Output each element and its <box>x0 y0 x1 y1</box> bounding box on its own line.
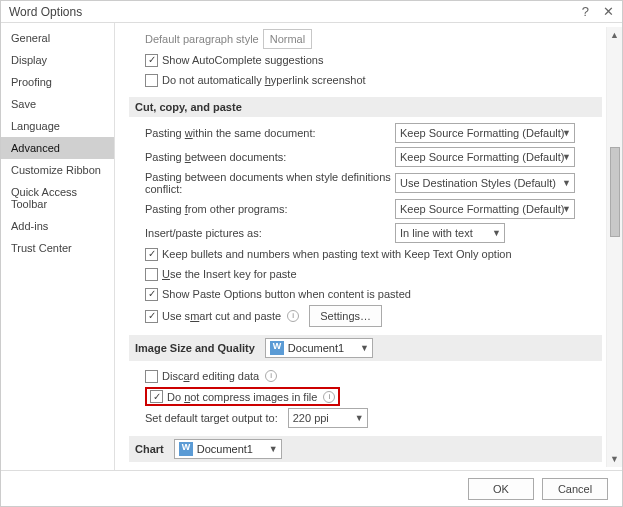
default-paragraph-style-label: Default paragraph style <box>145 33 259 45</box>
paste-between-doc-label: Pasting between documents: <box>145 151 395 163</box>
paste-between-conflict-combo[interactable]: Use Destination Styles (Default)▼ <box>395 173 575 193</box>
dialog-footer: OK Cancel <box>1 470 622 506</box>
chevron-down-icon: ▼ <box>562 128 571 138</box>
hyperlink-screenshot-label: Do not automatically hyperlink screensho… <box>162 74 366 86</box>
insert-pictures-label: Insert/paste pictures as: <box>145 227 395 239</box>
chevron-down-icon: ▼ <box>269 444 278 454</box>
paste-options-label: Show Paste Options button when content i… <box>162 288 411 300</box>
autocomplete-label: Show AutoComplete suggestions <box>162 54 323 66</box>
sidebar-item-proofing[interactable]: Proofing <box>1 71 114 93</box>
smart-cut-paste-checkbox[interactable] <box>145 310 158 323</box>
sidebar-item-trust-center[interactable]: Trust Center <box>1 237 114 259</box>
word-doc-icon <box>179 442 193 456</box>
info-icon[interactable]: i <box>287 310 299 322</box>
image-target-doc-combo[interactable]: Document1▼ <box>265 338 373 358</box>
insert-pictures-combo[interactable]: In line with text▼ <box>395 223 505 243</box>
info-icon[interactable]: i <box>323 391 335 403</box>
scroll-up-icon[interactable]: ▲ <box>607 27 622 43</box>
paste-other-programs-label: Pasting from other programs: <box>145 203 395 215</box>
ok-button[interactable]: OK <box>468 478 534 500</box>
vertical-scrollbar[interactable]: ▲ ▼ <box>606 27 622 467</box>
chevron-down-icon: ▼ <box>492 228 501 238</box>
sidebar-item-language[interactable]: Language <box>1 115 114 137</box>
sidebar-item-customize-ribbon[interactable]: Customize Ribbon <box>1 159 114 181</box>
paste-same-doc-label: Pasting within the same document: <box>145 127 395 139</box>
highlight-box: Do not compress images in file i <box>145 387 340 406</box>
discard-editing-label: Discard editing data <box>162 370 259 382</box>
chevron-down-icon: ▼ <box>562 204 571 214</box>
paste-between-conflict-label: Pasting between documents when style def… <box>145 171 395 195</box>
paste-other-programs-combo[interactable]: Keep Source Formatting (Default)▼ <box>395 199 575 219</box>
chart-target-doc-combo[interactable]: Document1▼ <box>174 439 282 459</box>
keep-bullets-checkbox[interactable] <box>145 248 158 261</box>
sidebar: General Display Proofing Save Language A… <box>1 23 115 471</box>
cancel-button[interactable]: Cancel <box>542 478 608 500</box>
help-icon[interactable]: ? <box>582 4 589 19</box>
default-paragraph-style-combo[interactable]: Normal <box>263 29 312 49</box>
scrollbar-thumb[interactable] <box>610 147 620 237</box>
keep-bullets-label: Keep bullets and numbers when pasting te… <box>162 248 512 260</box>
titlebar: Word Options ? ✕ <box>1 1 622 23</box>
scroll-down-icon[interactable]: ▼ <box>607 451 622 467</box>
window-title: Word Options <box>9 5 82 19</box>
paste-between-doc-combo[interactable]: Keep Source Formatting (Default)▼ <box>395 147 575 167</box>
content-panel: Default paragraph style Normal Show Auto… <box>115 23 622 471</box>
settings-button[interactable]: Settings… <box>309 305 382 327</box>
sidebar-item-qat[interactable]: Quick Access Toolbar <box>1 181 114 215</box>
default-target-combo[interactable]: 220 ppi▼ <box>288 408 368 428</box>
sidebar-item-display[interactable]: Display <box>1 49 114 71</box>
chevron-down-icon: ▼ <box>562 178 571 188</box>
sidebar-item-advanced[interactable]: Advanced <box>1 137 114 159</box>
smart-cut-paste-label: Use smart cut and paste <box>162 310 281 322</box>
chevron-down-icon: ▼ <box>355 413 364 423</box>
insert-key-checkbox[interactable] <box>145 268 158 281</box>
chevron-down-icon: ▼ <box>360 343 369 353</box>
autocomplete-checkbox[interactable] <box>145 54 158 67</box>
default-target-label: Set default target output to: <box>145 412 278 424</box>
section-cut-copy-paste: Cut, copy, and paste <box>129 97 602 117</box>
info-icon[interactable]: i <box>265 370 277 382</box>
chevron-down-icon: ▼ <box>562 152 571 162</box>
no-compress-checkbox[interactable] <box>150 390 163 403</box>
insert-key-label: Use the Insert key for paste <box>162 268 297 280</box>
no-compress-label: Do not compress images in file <box>167 391 317 403</box>
discard-editing-checkbox[interactable] <box>145 370 158 383</box>
sidebar-item-addins[interactable]: Add-ins <box>1 215 114 237</box>
section-image-size-quality: Image Size and Quality Document1▼ <box>129 335 602 361</box>
section-chart: Chart Document1▼ <box>129 436 602 462</box>
hyperlink-screenshot-checkbox[interactable] <box>145 74 158 87</box>
paste-same-doc-combo[interactable]: Keep Source Formatting (Default)▼ <box>395 123 575 143</box>
sidebar-item-save[interactable]: Save <box>1 93 114 115</box>
sidebar-item-general[interactable]: General <box>1 27 114 49</box>
word-doc-icon <box>270 341 284 355</box>
paste-options-checkbox[interactable] <box>145 288 158 301</box>
close-icon[interactable]: ✕ <box>603 4 614 19</box>
